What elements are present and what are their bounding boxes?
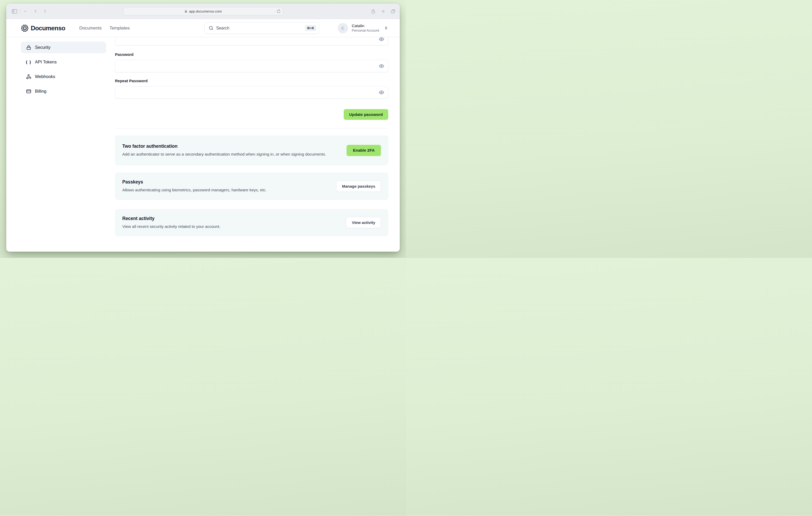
current-password-input[interactable] <box>115 37 388 46</box>
password-input[interactable] <box>115 60 388 72</box>
sidebar-item-webhooks[interactable]: Webhooks <box>21 71 106 82</box>
account-type: Personal Account <box>352 28 379 33</box>
passkeys-card: Passkeys Allows authenticating using bio… <box>115 172 388 200</box>
eye-icon[interactable] <box>378 37 385 42</box>
brand-logo[interactable]: Documenso <box>21 24 65 32</box>
browser-window: app.documenso.com Docu <box>6 4 400 252</box>
sidebar-item-security[interactable]: Security <box>21 42 106 53</box>
braces-icon: { } <box>26 60 32 64</box>
repeat-password-label: Repeat Password <box>115 79 388 83</box>
forward-icon[interactable] <box>43 9 48 13</box>
security-settings-main: Password Repeat Password Update password <box>115 37 388 252</box>
repeat-password-input[interactable] <box>115 86 388 99</box>
new-tab-icon[interactable] <box>381 9 386 14</box>
documenso-logo-icon <box>21 24 29 32</box>
update-password-button[interactable]: Update password <box>344 109 388 120</box>
eye-icon[interactable] <box>378 89 385 96</box>
url-text: app.documenso.com <box>189 9 222 13</box>
recent-activity-description: View all recent security activity relate… <box>122 223 220 229</box>
search-icon <box>209 26 213 30</box>
current-password-field <box>115 37 388 46</box>
app-header: Documenso Documents Templates Search ⌘+K… <box>6 19 400 37</box>
address-bar[interactable]: app.documenso.com <box>123 7 283 16</box>
passkeys-title: Passkeys <box>122 179 266 185</box>
passkeys-description: Allows authenticating using biometrics, … <box>122 187 266 193</box>
password-label: Password <box>115 52 388 57</box>
reload-icon[interactable] <box>277 9 281 13</box>
account-name: Catalin <box>352 23 379 28</box>
manage-passkeys-button[interactable]: Manage passkeys <box>336 181 381 192</box>
password-field <box>115 60 388 72</box>
sidebar-item-label: Webhooks <box>35 74 55 79</box>
chevrons-up-down-icon <box>384 26 388 30</box>
recent-activity-title: Recent activity <box>122 216 220 221</box>
search-input[interactable]: Search ⌘+K <box>204 22 319 34</box>
avatar: C <box>338 23 348 33</box>
sidebar-item-label: API Tokens <box>35 59 57 64</box>
eye-icon[interactable] <box>378 63 385 69</box>
sidebar-item-label: Security <box>35 45 51 50</box>
sidebar-item-label: Billing <box>35 89 47 94</box>
enable-2fa-button[interactable]: Enable 2FA <box>347 145 381 156</box>
nav-documents[interactable]: Documents <box>79 26 102 31</box>
back-icon[interactable] <box>33 9 38 13</box>
two-factor-card: Two factor authentication Add an authent… <box>115 135 388 165</box>
webhook-icon <box>26 74 32 79</box>
credit-card-icon <box>26 89 32 94</box>
recent-activity-card: Recent activity View all recent security… <box>115 209 388 236</box>
share-icon[interactable] <box>371 9 376 14</box>
sidebar-item-api-tokens[interactable]: { } API Tokens <box>21 56 106 68</box>
two-factor-description: Add an authenticator to serve as a secon… <box>122 151 326 157</box>
browser-toolbar: app.documenso.com <box>6 4 400 19</box>
tab-overview-icon[interactable] <box>390 9 396 14</box>
search-shortcut-badge: ⌘+K <box>305 25 316 31</box>
repeat-password-field <box>115 86 388 99</box>
settings-sidebar: Security { } API Tokens Webhooks Bil <box>21 37 106 252</box>
top-nav: Documents Templates <box>79 26 129 31</box>
nav-templates[interactable]: Templates <box>110 26 129 31</box>
sidebar-item-billing[interactable]: Billing <box>21 85 106 97</box>
account-menu[interactable]: C Catalin Personal Account <box>338 23 388 33</box>
view-activity-button[interactable]: View activity <box>346 217 381 228</box>
two-factor-title: Two factor authentication <box>122 143 326 149</box>
lock-icon <box>26 45 32 50</box>
tab-group-chevron-icon[interactable] <box>24 10 27 13</box>
sidebar-toggle-icon[interactable] <box>11 8 18 15</box>
brand-name: Documenso <box>31 25 65 32</box>
section-divider <box>115 128 388 129</box>
search-placeholder: Search <box>216 26 302 30</box>
https-lock-icon <box>184 10 187 13</box>
